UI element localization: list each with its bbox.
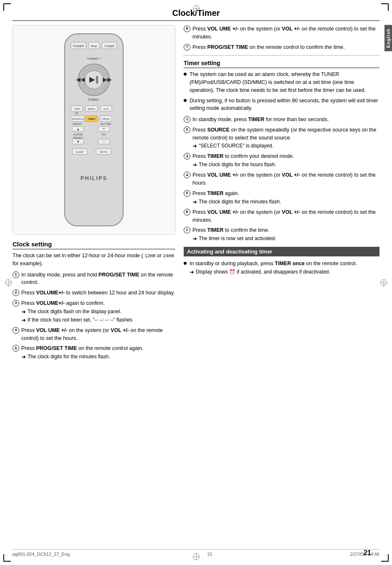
remote-svg: POWER iPod TUNER TUNING + ▶∥ ◀◀ ▶▶ [52,30,136,230]
timer-step-5-arrow: ➜ The clock digits for the minutes flash… [192,198,379,206]
timer-bullets: The system can be used as an alarm clock… [184,71,379,112]
svg-text:SD: SD [75,112,79,114]
timer-step-6-content: Press VOL UME +/- on the system (or VOL … [192,208,379,224]
svg-text:+: + [103,127,105,131]
clock-step-1: 1 In standby mode, press and hold PROG/S… [13,271,175,287]
svg-text:SLEEP: SLEEP [76,151,83,153]
page: Clock/Timer POWER iPod TUNER TUNING + [0,0,392,565]
timer-step-5: 5 Press TIMER again. ➜ The clock digits … [184,190,379,206]
timer-bullet-1: The system can be used as an alarm clock… [184,71,379,94]
timer-step-4: 4 Press VOL UME +/- on the system (or VO… [184,171,379,187]
clock-step-4: 4 Press VOL UME +/- on the system (or VO… [13,327,175,342]
step-2-content: Press VOLUME+/- to switch between 12 hou… [21,289,175,297]
svg-text:VOL: VOL [101,133,107,136]
svg-text:TUNING -: TUNING - [87,98,101,101]
svg-text:ALBUM/: ALBUM/ [73,133,83,136]
timer-step-3-arrow: ➜ The clock digits for the hours flash. [192,161,379,169]
step-3-arrow-1: ➜ The clock digits flash on the display … [21,308,175,316]
activating-bullet-1: In standby or during playback, press TIM… [184,260,379,276]
timer-step-7-content: Press TIMER to confirm the time. ➜ The t… [192,226,379,243]
svg-text:▼: ▼ [76,140,80,144]
step-3-arrow-2: ➜ If the clock has not been set, "-- --:… [21,317,175,324]
corner-bl [3,554,11,562]
timer-bullet-2: During setting, if no button is pressed … [184,97,379,113]
timer-step-num-2: 2 [184,127,190,133]
divider-1 [184,55,379,56]
arrow-icon: ➜ [192,142,197,150]
clock-setting-title: Clock setting [13,241,175,249]
step-num-1: 1 [13,271,19,278]
step-4-content: Press VOL UME +/- on the system (or VOL … [21,327,175,342]
step-3-content: Press VOLUME+/- again to confirm. ➜ The … [21,299,175,324]
timer-steps-list: 1 In standby mode, press TIMER for more … [184,116,379,243]
step-6-content: Press VOL UME +/- on the system (or VOL … [192,25,379,41]
arrow-icon: ➜ [21,317,26,324]
timer-step-num-4: 4 [184,172,190,178]
arrow-icon: ➜ [192,235,197,243]
footer: pg001-024_DC912_37_Eng 21 2/27/08, 14:46 [13,549,379,557]
timer-step-1: 1 In standby mode, press TIMER for more … [184,116,379,124]
step-1-content: In standby mode, press and hold PROG/SET… [21,271,175,287]
svg-text:TIMER: TIMER [88,118,96,120]
english-tab: English [384,25,392,51]
timer-step-num-5: 5 [184,190,190,197]
arrow-icon: ➜ [192,198,197,206]
corner-br [381,554,389,562]
svg-text:SHUFFLE: SHUFFLE [72,118,83,120]
timer-step-7-arrow: ➜ The timer is now set and activated. [192,235,379,243]
timer-step-7: 7 Press TIMER to confirm the time. ➜ The… [184,226,379,243]
crosshair-top [193,5,200,12]
timer-step-num-6: 6 [184,209,190,215]
svg-text:MUTE: MUTE [100,151,107,153]
timer-step-3-arrow-text: The clock digits for the hours flash. [199,161,276,168]
arrow-icon: ➜ [21,353,26,361]
right-column: English 6 Press VOL UME +/- on the syste… [184,25,379,364]
svg-text:◀◀: ◀◀ [76,76,85,83]
clock-step-6: 6 Press VOL UME +/- on the system (or VO… [184,25,379,41]
corner-tl [3,3,11,11]
timer-step-5-content: Press TIMER again. ➜ The clock digits fo… [192,190,379,206]
timer-step-7-arrow-text: The timer is now set and activated. [199,235,276,242]
timer-setting-title: Timer setting [184,60,379,68]
svg-text:MENU: MENU [88,108,95,110]
svg-text:SET TIME: SET TIME [101,123,111,125]
clock-setting-intro: The clock can be set in either 12-hour o… [13,252,175,268]
clock-steps-list: 1 In standby mode, press and hold PROG/S… [13,271,175,361]
svg-text:TUNING +: TUNING + [87,57,101,60]
step-5-arrow-text: The clock digits for the minutes flash. [28,353,110,360]
clock-step-2: 2 Press VOLUME+/- to switch between 12 h… [13,289,175,297]
timer-step-5-arrow-text: The clock digits for the minutes flash. [199,198,281,205]
clock-step-3: 3 Press VOLUME+/- again to confirm. ➜ Th… [13,299,175,324]
svg-text:POWER: POWER [73,45,84,48]
activating-title: Activating and deactivating timer [184,247,379,256]
timer-step-3: 3 Press TIMER to confirm your desired mo… [184,152,379,169]
timer-step-num-3: 3 [184,153,190,160]
svg-text:REPEAT: REPEAT [73,123,82,125]
bullet-dot-2 [184,99,187,102]
activating-arrow: ➜ Display shows ⏰ if activated, and disa… [190,269,357,276]
step-5-content: Press PROG/SET TIME on the remote contro… [21,345,175,361]
crosshair-left [5,279,12,286]
timer-bullet-text-1: The system can be used as an alarm clock… [190,71,379,94]
activating-arrow-text: Display shows ⏰ if activated, and disapp… [196,269,330,276]
svg-text:▶▶: ▶▶ [103,76,112,83]
arrow-icon: ➜ [190,269,194,276]
step-num-6: 6 [184,25,190,32]
clock-step-5: 5 Press PROG/SET TIME on the remote cont… [13,345,175,361]
timer-step-2-arrow: ➜ "SELECT SOURCE" is displayed. [192,142,379,150]
svg-text:USB: USB [74,108,79,110]
arrow-icon: ➜ [192,161,197,169]
svg-text:−: − [103,139,105,144]
step-num-3: 3 [13,300,19,307]
crosshair-right [380,279,387,286]
svg-text:PHILIPS: PHILIPS [81,175,108,181]
timer-step-3-content: Press TIMER to confirm your desired mode… [192,152,379,169]
timer-bullet-text-2: During setting, if no button is pressed … [190,97,379,113]
activating-bullet-text: In standby or during playback, press TIM… [190,260,357,276]
step-num-4: 4 [13,327,19,334]
bullet-dot-3 [184,262,187,265]
svg-text:▶∥: ▶∥ [89,75,99,84]
timer-step-2-arrow-text: "SELECT SOURCE" is displayed. [199,142,273,149]
svg-text:TUNER: TUNER [104,45,114,48]
timer-step-2-content: Press SOURCE on the system repeatedly (o… [192,126,379,150]
